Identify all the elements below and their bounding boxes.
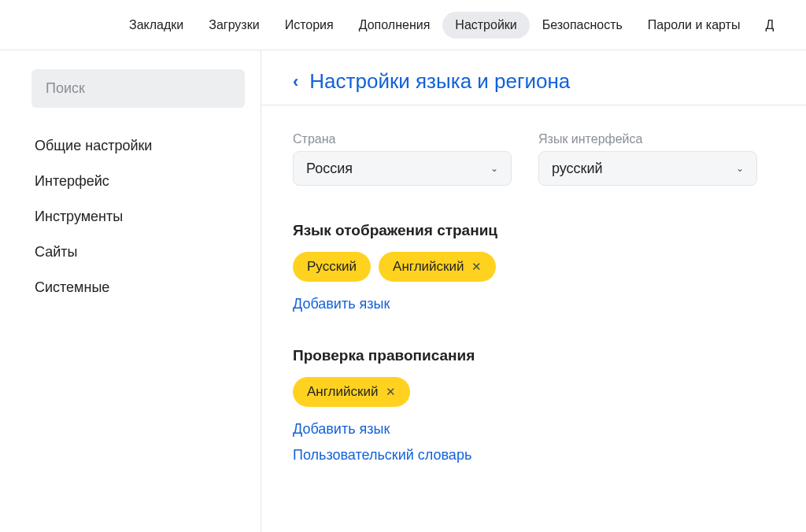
- tab-passwords[interactable]: Пароли и карты: [635, 12, 753, 39]
- display-lang-section: Язык отображения страниц Русский Английс…: [293, 222, 806, 312]
- divider: [261, 105, 806, 105]
- country-select[interactable]: Россия ⌄: [293, 151, 512, 186]
- country-label: Страна: [293, 132, 512, 146]
- lang-pill-label: Английский: [393, 259, 464, 275]
- close-icon[interactable]: ✕: [471, 260, 482, 274]
- spell-pill-english[interactable]: Английский ✕: [293, 377, 410, 407]
- breadcrumb: ‹ Настройки языка и региона: [293, 69, 806, 94]
- spellcheck-title: Проверка правописания: [293, 347, 806, 364]
- lang-pill-label: Английский: [307, 384, 378, 400]
- chevron-down-icon: ⌄: [490, 163, 498, 174]
- ui-lang-value: русский: [552, 161, 603, 177]
- add-spell-lang-link[interactable]: Добавить язык: [293, 421, 806, 438]
- sidebar-item-general[interactable]: Общие настройки: [31, 130, 245, 162]
- page-title: Настройки языка и региона: [309, 69, 570, 94]
- tab-addons[interactable]: Дополнения: [346, 12, 443, 39]
- country-value: Россия: [306, 161, 353, 177]
- display-lang-title: Язык отображения страниц: [293, 222, 806, 239]
- tab-settings[interactable]: Настройки: [442, 12, 529, 39]
- back-icon[interactable]: ‹: [293, 73, 298, 91]
- tab-bookmarks[interactable]: Закладки: [116, 12, 196, 39]
- lang-pill-russian[interactable]: Русский: [293, 252, 371, 282]
- search-input[interactable]: Поиск: [31, 69, 245, 108]
- ui-lang-label: Язык интерфейса: [538, 132, 757, 146]
- add-display-lang-link[interactable]: Добавить язык: [293, 296, 806, 312]
- content-pane: ‹ Настройки языка и региона Страна Росси…: [261, 50, 806, 532]
- sidebar-item-tools[interactable]: Инструменты: [31, 201, 245, 233]
- lang-pill-english[interactable]: Английский ✕: [379, 252, 496, 282]
- top-tabbar: Закладки Загрузки История Дополнения Нас…: [0, 0, 806, 50]
- tab-history[interactable]: История: [272, 12, 346, 39]
- lang-pill-label: Русский: [307, 259, 357, 275]
- sidebar-item-sites[interactable]: Сайты: [31, 236, 245, 268]
- chevron-down-icon: ⌄: [736, 163, 744, 174]
- spellcheck-section: Проверка правописания Английский ✕ Добав…: [293, 347, 806, 464]
- tab-security[interactable]: Безопасность: [530, 12, 635, 39]
- tab-downloads[interactable]: Загрузки: [196, 12, 272, 39]
- ui-lang-select[interactable]: русский ⌄: [538, 151, 757, 186]
- sidebar-item-system[interactable]: Системные: [31, 272, 245, 304]
- close-icon[interactable]: ✕: [386, 385, 396, 399]
- sidebar: Поиск Общие настройки Интерфейс Инструме…: [0, 50, 261, 532]
- sidebar-item-interface[interactable]: Интерфейс: [31, 165, 245, 198]
- user-dictionary-link[interactable]: Пользовательский словарь: [293, 447, 806, 464]
- tab-overflow[interactable]: Д: [752, 12, 786, 39]
